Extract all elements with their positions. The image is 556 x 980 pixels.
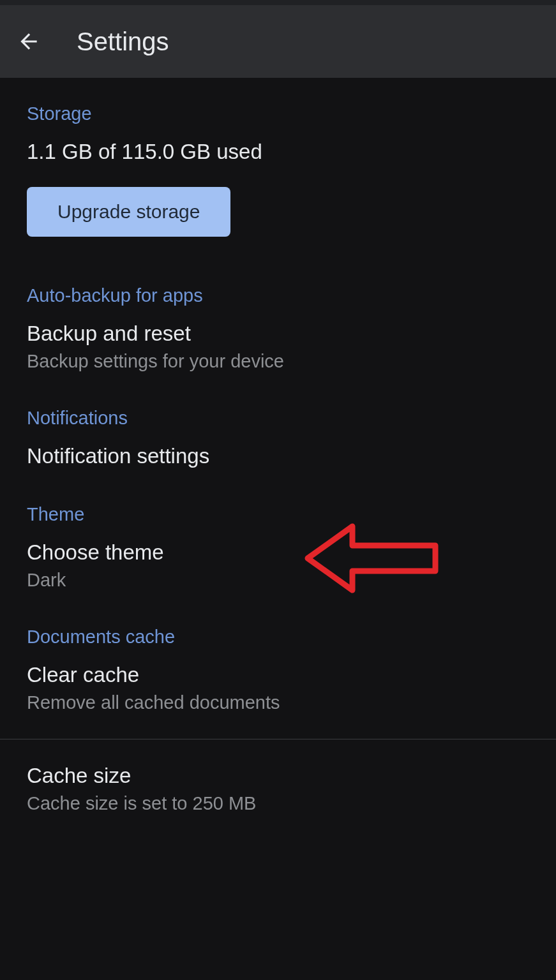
- status-bar-spacer: [0, 0, 556, 5]
- notification-settings-title: Notification settings: [27, 444, 529, 468]
- backup-reset-subtitle: Backup settings for your device: [27, 351, 529, 372]
- section-storage: Storage 1.1 GB of 115.0 GB used Upgrade …: [27, 103, 529, 237]
- backup-reset-title: Backup and reset: [27, 322, 529, 346]
- section-documents-cache: Documents cache Clear cache Remove all c…: [27, 627, 529, 814]
- section-notifications: Notifications Notification settings: [27, 408, 529, 468]
- arrow-left-icon: [17, 29, 41, 54]
- cache-size-subtitle: Cache size is set to 250 MB: [27, 793, 529, 814]
- divider: [0, 739, 556, 739]
- upgrade-storage-button[interactable]: Upgrade storage: [27, 187, 230, 237]
- theme-header: Theme: [27, 504, 529, 525]
- settings-content: Storage 1.1 GB of 115.0 GB used Upgrade …: [0, 78, 556, 814]
- choose-theme-title: Choose theme: [27, 540, 529, 565]
- back-button[interactable]: [13, 26, 45, 57]
- backup-reset-item[interactable]: Backup and reset Backup settings for you…: [27, 322, 529, 372]
- choose-theme-item[interactable]: Choose theme Dark: [27, 540, 529, 591]
- clear-cache-title: Clear cache: [27, 663, 529, 687]
- autobackup-header: Auto-backup for apps: [27, 285, 529, 306]
- page-title: Settings: [77, 27, 169, 56]
- cache-size-title: Cache size: [27, 764, 529, 788]
- storage-usage-text: 1.1 GB of 115.0 GB used: [27, 140, 529, 164]
- notifications-header: Notifications: [27, 408, 529, 429]
- notification-settings-item[interactable]: Notification settings: [27, 444, 529, 468]
- documents-cache-header: Documents cache: [27, 627, 529, 648]
- clear-cache-subtitle: Remove all cached documents: [27, 692, 529, 713]
- section-theme: Theme Choose theme Dark: [27, 504, 529, 591]
- section-autobackup: Auto-backup for apps Backup and reset Ba…: [27, 285, 529, 372]
- app-header: Settings: [0, 5, 556, 78]
- cache-size-item[interactable]: Cache size Cache size is set to 250 MB: [27, 764, 529, 814]
- clear-cache-item[interactable]: Clear cache Remove all cached documents: [27, 663, 529, 713]
- storage-header: Storage: [27, 103, 529, 124]
- choose-theme-subtitle: Dark: [27, 570, 529, 591]
